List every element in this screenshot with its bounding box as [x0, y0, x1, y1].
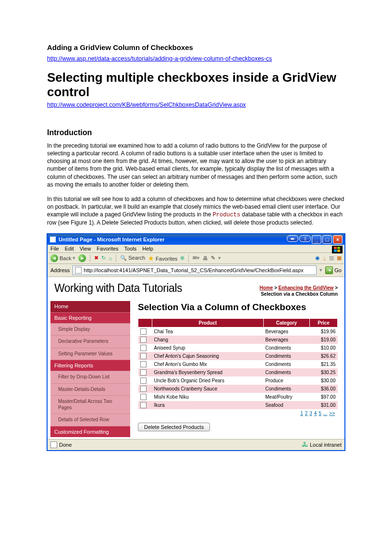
tutorial-link-2[interactable]: http://www.codeproject.com/KB/webforms/S… [47, 101, 246, 108]
cell-price: $19.00 [310, 336, 338, 344]
sidebar-section-basic-reporting[interactable]: Basic Reporting [50, 312, 130, 323]
status-text: Done [59, 442, 72, 448]
col-price: Price [310, 318, 338, 327]
cell-price: $19.96 [310, 327, 338, 336]
maximize-button[interactable]: □ [322, 235, 332, 244]
window-titlebar: Untitled Page - Microsoft Internet Explo… [48, 234, 344, 245]
pager-link[interactable]: 2 [305, 411, 308, 416]
cell-category: Condiments [263, 360, 309, 368]
row-checkbox[interactable] [140, 386, 147, 392]
window-title: Untitled Page - Microsoft Internet Explo… [59, 237, 287, 242]
cell-category: Meat/Poultry [263, 393, 309, 401]
pager-link[interactable]: >> [329, 411, 335, 416]
cell-price: $30.00 [310, 377, 338, 385]
row-checkbox[interactable] [140, 369, 147, 376]
menu-help[interactable]: Help [142, 246, 153, 251]
cell-product: Chef Anton's Cajun Seasoning [152, 352, 264, 360]
page-heading: Selection Via a Column of Checkboxes [138, 302, 338, 313]
table-row: Chef Anton's Cajun SeasoningCondiments$2… [138, 352, 338, 360]
tutorial-link-1[interactable]: http://www.asp.net/data-access/tutorials… [47, 55, 272, 62]
menu-edit[interactable]: Edit [65, 246, 74, 251]
refresh-icon[interactable]: ↻ [101, 255, 106, 261]
cell-category: Condiments [263, 344, 309, 352]
cell-product: Northwoods Cranberry Sauce [152, 385, 264, 393]
pager-link[interactable]: 3 [309, 411, 312, 416]
sidebar-section-customized-formatting[interactable]: Customized Formatting [50, 426, 130, 437]
stop-icon[interactable]: ✖ [94, 255, 98, 261]
edit-icon[interactable]: ✎ [211, 255, 215, 261]
row-checkbox[interactable] [140, 345, 147, 351]
breadcrumb-home[interactable]: Home [259, 285, 273, 290]
back-button[interactable]: ◄ Back ▾ [50, 254, 75, 262]
row-checkbox[interactable] [140, 394, 147, 400]
history-icon[interactable]: ⊕ [180, 255, 184, 261]
search-button[interactable]: 🔍 Search [120, 255, 145, 261]
cell-price: $10.00 [310, 344, 338, 352]
titlebar-pill-right[interactable]: ▯ [299, 235, 311, 242]
site-title: Working with Data Tutorials [54, 282, 182, 295]
menu-favorites[interactable]: Favorites [97, 246, 118, 251]
intranet-icon: 🖧 [302, 441, 308, 448]
delete-selected-button[interactable]: Delete Selected Products [138, 423, 210, 431]
tool-icon-4[interactable]: ▦ [337, 255, 342, 261]
sidebar-item-master-detail-two-pages[interactable]: Master/Detail Across Two Pages [50, 395, 130, 414]
forward-button[interactable]: ► [78, 254, 86, 262]
address-bar: Address http://localhost:4141/ASPNET_Dat… [48, 264, 344, 277]
sidebar-item-filter-dropdown[interactable]: Filter by Drop-Down List [50, 371, 130, 383]
zone-text: Local intranet [310, 442, 342, 448]
cell-category: Condiments [263, 352, 309, 360]
mail-icon[interactable]: ✉▾ [193, 255, 200, 261]
url-dropdown-icon[interactable]: ▾ [319, 267, 322, 273]
row-checkbox[interactable] [140, 353, 147, 359]
toolbar: ◄ Back ▾ ► ✖ ↻ ⌂ 🔍 Search ★ Favorites ⊕ … [48, 253, 344, 264]
menu-view[interactable]: View [80, 246, 91, 251]
home-icon[interactable]: ⌂ [109, 255, 112, 261]
row-checkbox[interactable] [140, 337, 147, 343]
svg-rect-0 [334, 247, 337, 249]
sidebar-item-declarative-parameters[interactable]: Declarative Parameters [50, 335, 130, 348]
sidebar-section-filtering-reports[interactable]: Filtering Reports [50, 360, 130, 371]
print-icon[interactable]: 🖶 [203, 255, 208, 261]
menu-tools[interactable]: Tools [124, 246, 137, 251]
cell-price: $21.35 [310, 360, 338, 368]
pager-link[interactable]: ... [323, 411, 327, 416]
breadcrumb-section[interactable]: Enhancing the GridView [279, 285, 334, 290]
tool-icon-2[interactable]: ⟂ [323, 255, 326, 261]
menu-file[interactable]: File [50, 246, 59, 251]
cell-category: Condiments [263, 368, 309, 377]
url-input[interactable]: http://localhost:4141/ASPNET_Data_Tutori… [73, 265, 317, 275]
sidebar-item-details-selected-row[interactable]: Details of Selected Row [50, 414, 130, 426]
pager-link[interactable]: 4 [314, 411, 317, 416]
row-checkbox[interactable] [140, 377, 147, 384]
sidebar-item-master-details-details[interactable]: Master-Details-Details [50, 383, 130, 396]
close-button[interactable]: × [333, 235, 343, 244]
favorites-button[interactable]: ★ Favorites [148, 254, 177, 262]
cell-category: Produce [263, 377, 309, 385]
cell-category: Beverages [263, 327, 309, 336]
main-heading: Selecting multiple checkboxes inside a G… [47, 71, 345, 100]
row-checkbox[interactable] [140, 328, 147, 335]
cell-price: $26.62 [310, 352, 338, 360]
main-content: Selection Via a Column of Checkboxes Pro… [131, 299, 344, 436]
sidebar-item-setting-parameter-values[interactable]: Setting Parameter Values [50, 348, 130, 360]
table-row: Uncle Bob's Organic Dried PearsProduce$3… [138, 377, 338, 385]
go-button[interactable]: ➜ Go [325, 266, 342, 274]
table-row: ChangBeverages$19.00 [138, 336, 338, 344]
row-checkbox[interactable] [140, 402, 147, 408]
tool-icon-3[interactable]: ▥ [329, 255, 334, 261]
sidebar-item-simple-display[interactable]: Simple Display [50, 323, 130, 336]
minimize-button[interactable]: _ [312, 235, 321, 244]
cell-category: Condiments [263, 385, 309, 393]
tool-icon-1[interactable]: ◉ [315, 255, 320, 261]
pager-link[interactable]: 1 [300, 411, 303, 416]
sidebar-item-home[interactable]: Home [50, 301, 130, 312]
svg-rect-2 [334, 250, 337, 252]
pager-link[interactable]: 5 [318, 411, 321, 416]
browser-window: Untitled Page - Microsoft Internet Explo… [47, 234, 345, 451]
windows-flag-icon [332, 246, 343, 253]
intro-paragraph-1: In the preceding tutorial we examined ho… [47, 142, 345, 188]
col-product: Product [152, 318, 264, 327]
row-checkbox[interactable] [140, 361, 147, 367]
status-page-icon [50, 441, 57, 448]
titlebar-pill-left[interactable]: ◂▸ [287, 235, 298, 242]
